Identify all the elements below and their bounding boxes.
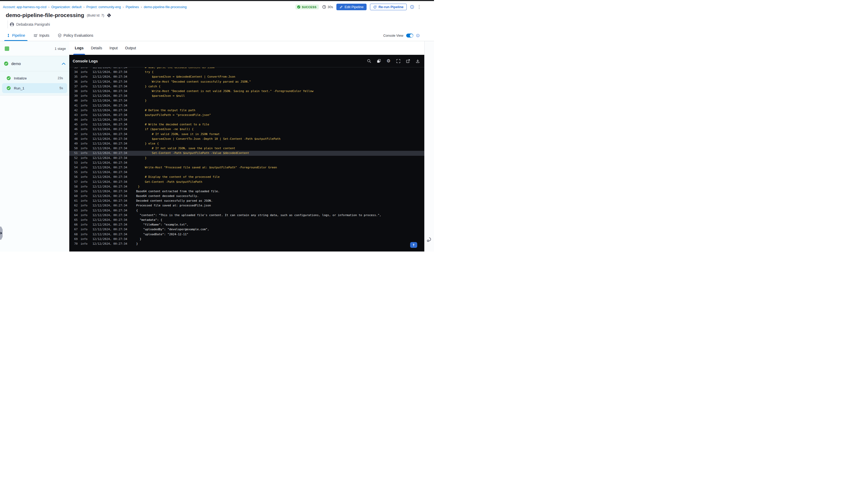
log-level: info	[81, 175, 87, 179]
log-message: "uploadDate": "2024-12-11"	[136, 232, 188, 237]
log-line-number: 44	[72, 117, 78, 122]
log-line-number: 53	[72, 160, 78, 165]
log-level: info	[81, 127, 87, 132]
log-message: }	[136, 184, 140, 189]
log-line-57[interactable]: 57info12/12/2024, 00:27:34 Get-Content -…	[69, 180, 424, 184]
log-line-42[interactable]: 42info12/12/2024, 00:27:34 # Define the …	[69, 108, 424, 113]
chevron-up-icon[interactable]	[62, 62, 65, 65]
log-message: } else {	[136, 142, 159, 146]
log-line-33[interactable]: 33info12/12/2024, 00:27:34 # Now, parse …	[69, 67, 424, 70]
log-line-43[interactable]: 43info12/12/2024, 00:27:34 $outputFilePa…	[69, 113, 424, 117]
log-line-number: 64	[72, 213, 78, 218]
log-line-64[interactable]: 64info12/12/2024, 00:27:34 "content": "T…	[69, 213, 424, 218]
log-line-67[interactable]: 67info12/12/2024, 00:27:34 "uploadedBy":…	[69, 227, 424, 232]
breadcrumb-current-pipeline-link[interactable]: demo-pipeline-file-processing	[144, 5, 187, 9]
log-line-36[interactable]: 36info12/12/2024, 00:27:34 Write-Host "D…	[69, 80, 424, 84]
copy-icon[interactable]	[376, 59, 381, 63]
breadcrumb-organization-link[interactable]: Organization: default	[51, 5, 81, 9]
log-line-52[interactable]: 52info12/12/2024, 00:27:34 }	[69, 156, 424, 160]
log-level: info	[81, 242, 87, 246]
download-icon[interactable]	[415, 59, 420, 63]
log-timestamp: 12/12/2024, 00:27:34	[93, 84, 127, 89]
log-line-62[interactable]: 62info12/12/2024, 00:27:34Processed file…	[69, 203, 424, 208]
tab-pipeline-label: Pipeline	[12, 33, 25, 38]
log-line-44[interactable]: 44info12/12/2024, 00:27:34	[69, 117, 424, 122]
log-line-69[interactable]: 69info12/12/2024, 00:27:34 }	[69, 237, 424, 242]
tab-output[interactable]: Output	[124, 41, 136, 55]
log-line-number: 33	[72, 67, 78, 70]
policy-shield-icon	[58, 34, 62, 38]
log-line-34[interactable]: 34info12/12/2024, 00:27:34 try {	[69, 70, 424, 74]
edit-pipeline-button[interactable]: Edit Pipeline	[337, 4, 366, 10]
log-line-45[interactable]: 45info12/12/2024, 00:27:34 # Write the d…	[69, 122, 424, 127]
log-line-54[interactable]: 54info12/12/2024, 00:27:34 Write-Host "P…	[69, 165, 424, 170]
stage-demo-header[interactable]: demo	[0, 56, 69, 71]
log-line-37[interactable]: 37info12/12/2024, 00:27:34 } catch {	[69, 84, 424, 89]
log-line-53[interactable]: 53info12/12/2024, 00:27:34	[69, 160, 424, 165]
help-chat-icon[interactable]	[426, 237, 432, 244]
log-line-68[interactable]: 68info12/12/2024, 00:27:34 "uploadDate":…	[69, 232, 424, 237]
log-line-70[interactable]: 70info12/12/2024, 00:27:34}	[69, 242, 424, 246]
log-line-number: 50	[72, 146, 78, 151]
pipeline-info-icon[interactable]	[410, 5, 414, 9]
log-line-46[interactable]: 46info12/12/2024, 00:27:34 if ($parsedJs…	[69, 127, 424, 132]
tab-policy-evaluations[interactable]: Policy Evaluations	[57, 33, 94, 41]
log-line-35[interactable]: 35info12/12/2024, 00:27:34 $parsedJson =…	[69, 74, 424, 79]
log-level: info	[81, 122, 87, 127]
stage-section: demo Initialize 23s	[0, 56, 69, 95]
log-line-65[interactable]: 65info12/12/2024, 00:27:34 "metadata": {	[69, 218, 424, 222]
breadcrumb-separator: ›	[48, 5, 49, 9]
breadcrumb-pipelines-link[interactable]: Pipelines	[126, 5, 139, 9]
log-line-39[interactable]: 39info12/12/2024, 00:27:34 $parsedJson =…	[69, 94, 424, 98]
tab-logs[interactable]: Logs	[74, 41, 84, 55]
console-title: Console Logs	[73, 59, 98, 63]
step-row-run-1[interactable]: Run_1 5s	[2, 83, 67, 93]
log-message: {	[136, 208, 138, 213]
more-options-menu-icon[interactable]	[417, 4, 421, 10]
rerun-pipeline-button[interactable]: Re-run Pipeline	[370, 4, 406, 10]
log-line-61[interactable]: 61info12/12/2024, 00:27:34Decoded conten…	[69, 199, 424, 203]
log-level: info	[81, 103, 87, 108]
log-line-41[interactable]: 41info12/12/2024, 00:27:34	[69, 103, 424, 108]
breadcrumb-account-link[interactable]: Account: app-harness-ng-cicd	[3, 5, 46, 9]
log-line-55[interactable]: 55info12/12/2024, 00:27:34	[69, 170, 424, 175]
log-timestamp: 12/12/2024, 00:27:34	[93, 222, 127, 227]
log-line-60[interactable]: 60info12/12/2024, 00:27:34Base64 content…	[69, 194, 424, 199]
log-line-40[interactable]: 40info12/12/2024, 00:27:34 }	[69, 98, 424, 103]
settings-gear-icon[interactable]: ⚙	[386, 59, 391, 63]
log-timestamp: 12/12/2024, 00:27:34	[93, 156, 127, 160]
log-line-50[interactable]: 50info12/12/2024, 00:27:34 # If not vali…	[69, 146, 424, 151]
search-icon[interactable]	[367, 59, 371, 63]
log-line-49[interactable]: 49info12/12/2024, 00:27:34 } else {	[69, 142, 424, 146]
stage-count-label: 1 stage	[54, 47, 66, 51]
log-line-59[interactable]: 59info12/12/2024, 00:27:34Base64 content…	[69, 189, 424, 194]
tab-pipeline[interactable]: Pipeline	[6, 33, 26, 41]
log-line-38[interactable]: 38info12/12/2024, 00:27:34 Write-Host "D…	[69, 89, 424, 94]
console-view-info-icon[interactable]	[416, 34, 420, 37]
tab-inputs[interactable]: Inputs	[33, 33, 50, 41]
log-timestamp: 12/12/2024, 00:27:34	[93, 80, 127, 84]
tab-input[interactable]: Input	[109, 41, 118, 55]
log-line-66[interactable]: 66info12/12/2024, 00:27:34 "fileName": "…	[69, 222, 424, 227]
console-view-toggle[interactable]	[406, 34, 413, 38]
log-level: info	[81, 218, 87, 222]
open-in-new-icon[interactable]	[406, 59, 410, 63]
log-line-number: 35	[72, 74, 78, 79]
log-timestamp: 12/12/2024, 00:27:34	[93, 199, 127, 203]
log-line-47[interactable]: 47info12/12/2024, 00:27:34 # If valid JS…	[69, 132, 424, 137]
tab-details[interactable]: Details	[90, 41, 103, 55]
log-message: # Display the content of the processed f…	[136, 175, 220, 179]
log-line-48[interactable]: 48info12/12/2024, 00:27:34 $parsedJson |…	[69, 137, 424, 142]
breadcrumb-project-link[interactable]: Project: community-eng	[86, 5, 121, 9]
fullscreen-icon[interactable]	[396, 59, 400, 63]
log-line-58[interactable]: 58info12/12/2024, 00:27:34 }	[69, 184, 424, 189]
stages-sidebar: 1 stage demo	[0, 41, 69, 251]
log-line-51[interactable]: 51info12/12/2024, 00:27:34 Set-Content -…	[69, 151, 424, 156]
log-line-56[interactable]: 56info12/12/2024, 00:27:34 # Display the…	[69, 175, 424, 179]
log-line-number: 59	[72, 189, 78, 194]
log-line-63[interactable]: 63info12/12/2024, 00:27:34{	[69, 208, 424, 213]
breadcrumb: Account: app-harness-ng-cicd › Organizat…	[3, 5, 187, 9]
scroll-to-top-button[interactable]: ↑	[410, 242, 417, 248]
log-line-number: 67	[72, 227, 78, 232]
step-row-initialize[interactable]: Initialize 23s	[2, 73, 67, 83]
